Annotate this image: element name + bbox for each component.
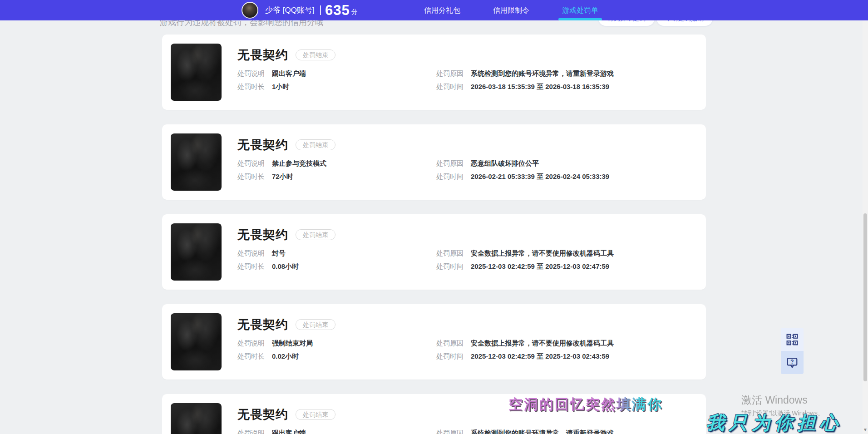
game-thumbnail	[171, 133, 222, 191]
card-body: 无畏契约 处罚结束 处罚说明 强制结束对局 处罚原因 安全数据上报异常，请不要使…	[237, 313, 695, 361]
game-title: 无畏契约	[237, 227, 288, 243]
reason-label: 处罚原因	[436, 339, 464, 348]
reason-value: 安全数据上报异常，请不要使用修改机器码工具	[471, 249, 614, 258]
game-thumbnail	[171, 403, 222, 434]
avatar[interactable]	[242, 2, 258, 19]
duration-label: 处罚时长	[237, 83, 265, 91]
time-value: 2025-12-03 02:42:59 至 2025-12-03 02:47:5…	[471, 262, 609, 271]
credit-score: 635 分	[325, 0, 358, 20]
desc-label: 处罚说明	[237, 339, 265, 348]
game-thumbnail	[171, 44, 222, 101]
duration-value: 1小时	[272, 83, 289, 91]
punishment-card: 无畏契约 处罚结束 处罚说明 强制结束对局 处罚原因 安全数据上报异常，请不要使…	[162, 304, 706, 380]
punishment-card: 无畏契约 处罚结束 处罚说明 踢出客户端 处罚原因 系统检测到您的账号环境异常，…	[162, 35, 706, 110]
time-label: 处罚时间	[436, 352, 464, 361]
card-fields: 处罚说明 踢出客户端 处罚原因 系统检测到您的账号环境异常，请重新登录游戏 处罚…	[237, 429, 695, 434]
punishment-time-row: 处罚时间 2026-03-18 15:35:39 至 2026-03-18 16…	[436, 83, 695, 91]
punishment-reason-row: 处罚原因 恶意组队破坏排位公平	[436, 159, 695, 168]
status-badge: 处罚结束	[296, 409, 335, 420]
card-title-row: 无畏契约 处罚结束	[237, 226, 695, 243]
reason-label: 处罚原因	[436, 159, 464, 168]
tab-credit-gift[interactable]: 信用分礼包	[408, 0, 477, 20]
tab-game-punishment-label: 游戏处罚单	[562, 6, 598, 14]
status-badge: 处罚结束	[296, 49, 335, 60]
card-body: 无畏契约 处罚结束 处罚说明 踢出客户端 处罚原因 系统检测到您的账号环境异常，…	[237, 44, 695, 91]
punishment-duration-row: 处罚时长 1小时	[237, 83, 436, 91]
punishment-duration-row: 处罚时长 0.08小时	[237, 262, 436, 271]
game-title: 无畏契约	[237, 47, 288, 63]
punishment-duration-row: 处罚时长 0.02小时	[237, 352, 436, 361]
credit-score-value: 635	[325, 2, 350, 19]
scrollbar[interactable]: ▼	[863, 20, 868, 434]
time-value: 2025-12-03 02:42:59 至 2025-12-03 02:43:5…	[471, 352, 609, 361]
punishment-duration-row: 处罚时长 72小时	[237, 173, 436, 181]
duration-label: 处罚时长	[237, 262, 265, 271]
tab-game-punishment[interactable]: 游戏处罚单	[546, 0, 615, 20]
punishment-desc-row: 处罚说明 踢出客户端	[237, 429, 436, 434]
punishment-card: 无畏契约 处罚结束 处罚说明 禁止参与竞技模式 处罚原因 恶意组队破坏排位公平 …	[162, 124, 706, 200]
game-thumbnail	[171, 313, 222, 370]
game-title: 无畏契约	[237, 137, 288, 153]
punishment-list: 无畏契约 处罚结束 处罚说明 踢出客户端 处罚原因 系统检测到您的账号环境异常，…	[162, 35, 706, 434]
card-title-row: 无畏契约 处罚结束	[237, 136, 695, 153]
card-body: 无畏契约 处罚结束 处罚说明 封号 处罚原因 安全数据上报异常，请不要使用修改机…	[237, 223, 695, 271]
punishment-reason-row: 处罚原因 安全数据上报异常，请不要使用修改机器码工具	[436, 249, 695, 258]
card-fields: 处罚说明 踢出客户端 处罚原因 系统检测到您的账号环境异常，请重新登录游戏 处罚…	[237, 69, 695, 91]
active-tab-underline	[558, 18, 602, 20]
desc-label: 处罚说明	[237, 429, 265, 434]
scrollbar-thumb[interactable]	[863, 213, 867, 381]
credit-score-unit: 分	[351, 8, 358, 16]
svg-text:?: ?	[790, 359, 794, 365]
status-badge: 处罚结束	[296, 139, 335, 150]
desc-value: 封号	[272, 249, 286, 258]
desc-label: 处罚说明	[237, 159, 265, 168]
punishment-desc-row: 处罚说明 封号	[237, 249, 436, 258]
card-title-row: 无畏契约 处罚结束	[237, 46, 695, 64]
danmaku-overlay-bottom: 我只为你担心	[706, 410, 843, 434]
reason-value: 系统检测到您的账号环境异常，请重新登录游戏	[471, 69, 614, 78]
desc-value: 踢出客户端	[272, 69, 306, 78]
tab-credit-restriction[interactable]: 信用限制令	[477, 0, 546, 20]
qr-code-icon	[786, 334, 798, 345]
status-badge: 处罚结束	[296, 229, 335, 240]
desc-value: 强制结束对局	[272, 339, 313, 348]
help-bubble-icon: ?	[786, 357, 798, 369]
floating-action-panel: ?	[781, 328, 804, 374]
punishment-desc-row: 处罚说明 踢出客户端	[237, 69, 436, 78]
game-thumbnail	[171, 223, 222, 281]
card-title-row: 无畏契约 处罚结束	[237, 316, 695, 333]
desc-value: 禁止参与竞技模式	[272, 159, 326, 168]
scrollbar-down-arrow[interactable]: ▼	[863, 427, 868, 433]
status-badge: 处罚结束	[296, 319, 335, 330]
punishment-time-row: 处罚时间 2025-12-03 02:42:59 至 2025-12-03 02…	[436, 262, 695, 271]
punishment-desc-row: 处罚说明 强制结束对局	[237, 339, 436, 348]
desc-label: 处罚说明	[237, 249, 265, 258]
time-label: 处罚时间	[436, 262, 464, 271]
help-button[interactable]: ?	[781, 351, 804, 374]
header-nav: 信用分礼包 信用限制令 游戏处罚单	[408, 0, 615, 20]
reason-value: 安全数据上报异常，请不要使用修改机器码工具	[471, 339, 614, 348]
time-value: 2026-02-21 05:33:39 至 2026-02-24 05:33:3…	[471, 173, 609, 181]
card-fields: 处罚说明 禁止参与竞技模式 处罚原因 恶意组队破坏排位公平 处罚时长 72小时 …	[237, 159, 695, 181]
duration-value: 0.08小时	[272, 262, 299, 271]
reason-label: 处罚原因	[436, 429, 464, 434]
header: 少爷 [QQ账号] 635 分 信用分礼包 信用限制令 游戏处罚单	[0, 0, 868, 20]
duration-label: 处罚时长	[237, 173, 265, 181]
desc-label: 处罚说明	[237, 69, 265, 78]
punishment-reason-row: 处罚原因 系统检测到您的账号环境异常，请重新登录游戏	[436, 69, 695, 78]
qr-code-button[interactable]	[781, 328, 804, 351]
punishment-time-row: 处罚时间 2026-02-21 05:33:39 至 2026-02-24 05…	[436, 173, 695, 181]
punishment-reason-row: 处罚原因 系统检测到您的账号环境异常，请重新登录游戏	[436, 429, 695, 434]
game-credit-page: 游戏行为违规将被处罚，会影响您的信用分哦 行为异常处罚 申请处罚撤销 少爷 [Q…	[0, 0, 868, 434]
desc-value: 踢出客户端	[272, 429, 306, 434]
reason-value: 恶意组队破坏排位公平	[471, 159, 539, 168]
card-body: 无畏契约 处罚结束 处罚说明 禁止参与竞技模式 处罚原因 恶意组队破坏排位公平 …	[237, 133, 695, 181]
danmaku-overlay-top: 空洞的回忆突然填满你	[508, 395, 663, 414]
game-title: 无畏契约	[237, 316, 288, 333]
username: 少爷 [QQ账号]	[265, 0, 315, 20]
card-fields: 处罚说明 封号 处罚原因 安全数据上报异常，请不要使用修改机器码工具 处罚时长 …	[237, 249, 695, 271]
duration-label: 处罚时长	[237, 352, 265, 361]
punishment-reason-row: 处罚原因 安全数据上报异常，请不要使用修改机器码工具	[436, 339, 695, 348]
punishment-time-row: 处罚时间 2025-12-03 02:42:59 至 2025-12-03 02…	[436, 352, 695, 361]
header-divider	[320, 5, 321, 15]
